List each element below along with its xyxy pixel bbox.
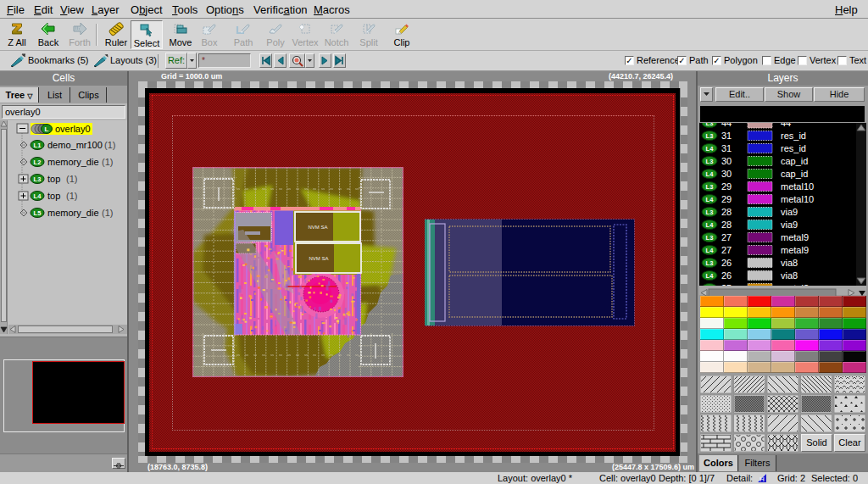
svg-text:L3: L3 [706,132,714,140]
svg-text:L3: L3 [706,259,714,267]
svg-text:demo_mr100: demo_mr100 [47,140,103,150]
svg-text:memory_die: memory_die [47,208,99,218]
svg-text:(1): (1) [102,208,113,218]
svg-text:(1): (1) [104,140,115,150]
svg-text:L3: L3 [34,175,42,183]
svg-text:metal9: metal9 [781,245,809,255]
svg-text:L4: L4 [706,170,715,178]
svg-text:L3: L3 [706,158,714,165]
svg-text:28: 28 [721,207,732,217]
svg-text:H: H [760,476,765,483]
svg-text:L4: L4 [706,272,715,280]
svg-text:NVM SA: NVM SA [309,256,328,261]
svg-text:L3: L3 [706,123,714,127]
svg-text:memory_die: memory_die [47,157,99,167]
svg-text:metal10: metal10 [781,181,814,192]
svg-text:(1): (1) [66,191,77,201]
svg-text:overlay0: overlay0 [55,124,91,134]
svg-text:metal10: metal10 [781,194,814,204]
svg-text:L4: L4 [34,192,42,200]
svg-text:res_id: res_id [781,131,806,141]
svg-text:L4: L4 [706,196,715,203]
svg-text:via9: via9 [781,220,798,230]
svg-text:L5: L5 [34,209,42,217]
svg-text:30: 30 [721,169,732,179]
svg-text:L: L [45,125,49,133]
svg-text:44: 44 [781,123,791,128]
svg-text:L2: L2 [34,159,42,166]
svg-text:31: 31 [721,131,732,141]
svg-text:res_id: res_id [781,143,806,153]
svg-text:L3: L3 [706,209,714,216]
svg-text:via8: via8 [781,270,798,281]
svg-text:28: 28 [721,220,732,230]
svg-text:L1: L1 [34,142,42,149]
svg-text:metal9: metal9 [781,232,809,242]
svg-text:cap_id: cap_id [781,169,808,179]
svg-text:L3: L3 [706,234,714,242]
svg-text:44: 44 [721,123,732,128]
svg-text:top: top [47,174,60,184]
svg-text:26: 26 [721,258,732,268]
svg-text:(1): (1) [66,174,77,184]
svg-text:27: 27 [721,245,732,255]
svg-text:26: 26 [721,270,732,281]
svg-text:NVM SA: NVM SA [308,225,327,230]
svg-text:29: 29 [721,181,732,192]
svg-text:via9: via9 [781,207,798,217]
svg-text:29: 29 [721,194,732,204]
svg-text:top: top [47,191,60,201]
svg-text:27: 27 [721,232,732,242]
svg-text:cap_id: cap_id [781,156,808,166]
svg-text:30: 30 [721,156,732,166]
svg-text:L4: L4 [706,221,715,229]
svg-text:via8: via8 [781,258,798,268]
svg-text:L3: L3 [706,183,714,191]
svg-text:L4: L4 [706,247,715,254]
svg-text:31: 31 [721,143,732,153]
svg-text:(1): (1) [102,157,113,167]
svg-text:L4: L4 [706,145,715,153]
